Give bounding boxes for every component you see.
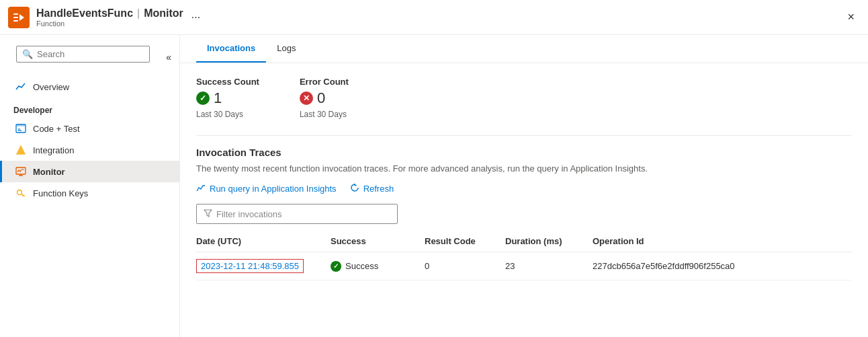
title-separator: |: [137, 7, 140, 20]
success-count-number: 1: [214, 89, 222, 107]
main-layout: 🔍 « Overview Developer: [0, 35, 868, 337]
refresh-link[interactable]: Refresh: [350, 183, 394, 194]
sidebar-item-integration[interactable]: Integration: [0, 139, 179, 161]
error-count-label: Error Count: [300, 77, 349, 87]
td-result-code: 0: [425, 261, 505, 271]
function-keys-label: Function Keys: [33, 188, 88, 198]
sidebar: 🔍 « Overview Developer: [0, 35, 180, 337]
integration-icon: [15, 145, 26, 155]
refresh-label: Refresh: [363, 184, 394, 194]
invocation-traces-desc: The twenty most recent function invocati…: [196, 163, 852, 174]
td-date[interactable]: 2023-12-11 21:48:59.855: [196, 259, 331, 273]
section-name: Monitor: [144, 7, 183, 20]
sidebar-item-code-test[interactable]: Code + Test: [0, 118, 179, 139]
monitor-icon: [15, 166, 26, 177]
error-count-value: ✕ 0: [300, 89, 349, 107]
code-test-label: Code + Test: [33, 124, 80, 134]
developer-section-header: Developer: [0, 98, 179, 118]
search-icon: 🔍: [22, 49, 33, 59]
title-bar: HandleEventsFunc | Monitor Function ··· …: [0, 0, 868, 35]
close-button[interactable]: ×: [842, 7, 860, 27]
app-name: HandleEventsFunc: [36, 7, 133, 20]
sidebar-item-overview[interactable]: Overview: [0, 76, 179, 98]
svg-rect-1: [13, 17, 18, 18]
svg-rect-4: [16, 124, 26, 126]
key-icon: [15, 188, 26, 198]
content-body: Success Count ✓ 1 Last 30 Days Error Cou…: [180, 63, 868, 294]
row-success-icon: ✓: [331, 261, 341, 272]
error-count-sublabel: Last 30 Days: [300, 110, 349, 119]
tab-logs[interactable]: Logs: [266, 35, 306, 63]
svg-marker-7: [17, 146, 25, 154]
success-count-value: ✓ 1: [196, 89, 259, 107]
divider: [196, 135, 852, 136]
code-icon: [15, 123, 26, 134]
success-count-metric: Success Count ✓ 1 Last 30 Days: [196, 77, 259, 119]
collapse-sidebar-button[interactable]: «: [163, 49, 174, 65]
svg-rect-2: [13, 20, 18, 22]
run-query-link[interactable]: Run query in Application Insights: [196, 183, 337, 194]
integration-label: Integration: [33, 145, 74, 155]
overview-icon: [15, 81, 26, 92]
content-area: Invocations Logs Success Count ✓ 1 Last …: [180, 35, 868, 337]
th-duration: Duration (ms): [505, 236, 593, 246]
run-query-label: Run query in Application Insights: [210, 184, 337, 194]
td-success-text: Success: [345, 261, 378, 271]
sidebar-item-monitor[interactable]: Monitor: [0, 161, 179, 182]
subtitle: Function: [36, 20, 183, 28]
search-box[interactable]: 🔍: [16, 46, 150, 63]
monitor-label: Monitor: [33, 167, 65, 177]
success-check-icon: ✓: [196, 91, 210, 105]
filter-icon: [204, 209, 212, 219]
th-success: Success: [331, 236, 425, 246]
refresh-icon: [350, 183, 359, 194]
action-bar: Run query in Application Insights Refres…: [196, 183, 852, 194]
invocations-table: Date (UTC) Success Result Code Duration …: [196, 231, 852, 280]
error-x-icon: ✕: [300, 91, 313, 105]
tabs: Invocations Logs: [180, 35, 868, 63]
chart-icon: [196, 183, 206, 194]
table-row: 2023-12-11 21:48:59.855 ✓ Success 0 23 2…: [196, 252, 852, 280]
error-count-number: 0: [317, 89, 325, 107]
table-header-row: Date (UTC) Success Result Code Duration …: [196, 231, 852, 252]
td-duration: 23: [505, 261, 593, 271]
search-input[interactable]: [37, 49, 144, 59]
th-operation-id: Operation Id: [593, 236, 852, 246]
filter-placeholder: Filter invocations: [216, 209, 282, 219]
td-operation-id: 227dcb656a7e5f6e2fddff906f255ca0: [593, 261, 852, 271]
more-options-button[interactable]: ···: [189, 9, 203, 26]
metrics-row: Success Count ✓ 1 Last 30 Days Error Cou…: [196, 77, 852, 119]
svg-rect-0: [13, 13, 18, 15]
date-link[interactable]: 2023-12-11 21:48:59.855: [196, 259, 304, 273]
error-count-metric: Error Count ✕ 0 Last 30 Days: [300, 77, 349, 119]
th-date: Date (UTC): [196, 236, 331, 246]
app-icon: [8, 7, 30, 28]
success-count-sublabel: Last 30 Days: [196, 110, 259, 119]
invocation-traces-title: Invocation Traces: [196, 147, 852, 158]
sidebar-item-function-keys[interactable]: Function Keys: [0, 182, 179, 204]
success-count-label: Success Count: [196, 77, 259, 87]
filter-invocations-input[interactable]: Filter invocations: [196, 204, 398, 224]
overview-label: Overview: [33, 82, 69, 92]
svg-marker-14: [204, 210, 212, 217]
th-result-code: Result Code: [425, 236, 505, 246]
td-success: ✓ Success: [331, 261, 425, 272]
title-text: HandleEventsFunc | Monitor Function: [36, 7, 183, 28]
tab-invocations[interactable]: Invocations: [196, 35, 266, 63]
